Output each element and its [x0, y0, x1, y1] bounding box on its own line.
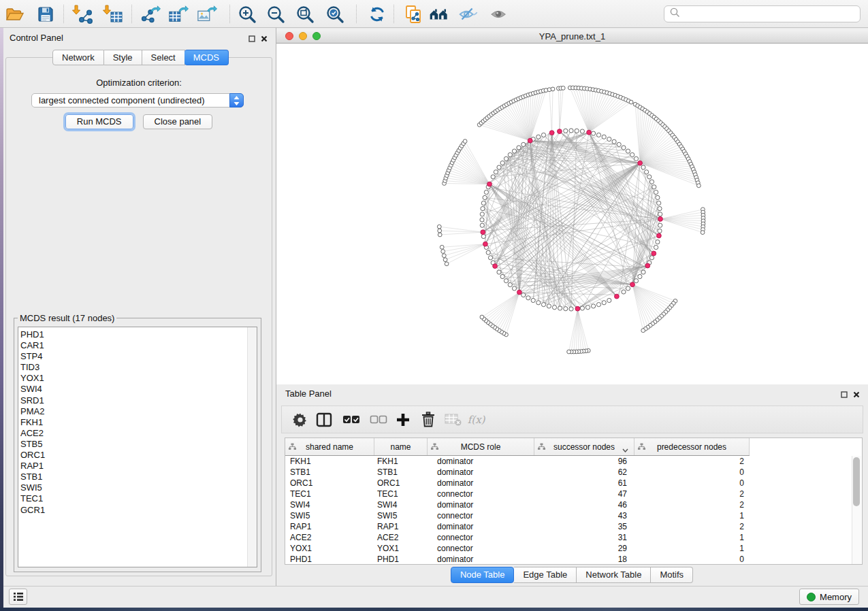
clone-network-icon[interactable]: [404, 4, 424, 24]
mcds-result-list[interactable]: PHD1CAR1STP4TID3YOX1SWI4SRD1PMA2FKH1ACE2…: [18, 327, 257, 567]
tab-node-table[interactable]: Node Table: [451, 567, 515, 583]
cell[interactable]: TEC1: [374, 489, 428, 499]
column-header-shared-name[interactable]: shared name: [285, 438, 374, 455]
mcds-result-item[interactable]: FKH1: [18, 417, 257, 428]
criterion-dropdown[interactable]: largest connected component (undirected): [31, 93, 244, 108]
cell[interactable]: 29: [534, 543, 634, 554]
cell[interactable]: PHD1: [285, 554, 374, 565]
mcds-result-item[interactable]: PHD1: [18, 329, 257, 340]
cell[interactable]: SWI5: [285, 510, 374, 521]
hide-selected-icon[interactable]: [457, 4, 478, 24]
tab-select[interactable]: Select: [142, 50, 185, 65]
delete-row-icon[interactable]: [418, 410, 438, 430]
cell[interactable]: 0: [634, 554, 750, 565]
zoom-out-icon[interactable]: [266, 4, 286, 24]
import-network-icon[interactable]: [72, 4, 93, 24]
cell[interactable]: FKH1: [285, 456, 374, 467]
cell[interactable]: 35: [534, 521, 634, 532]
column-header-predecessor-nodes[interactable]: predecessor nodes: [634, 438, 750, 455]
cell[interactable]: PHD1: [374, 554, 428, 565]
cell[interactable]: 2: [634, 489, 750, 499]
cell[interactable]: 96: [534, 456, 634, 467]
cell[interactable]: 1: [634, 510, 750, 521]
network-graph-canvas[interactable]: [276, 44, 868, 384]
show-columns-icon[interactable]: [314, 410, 334, 430]
cell[interactable]: RAP1: [374, 521, 428, 532]
mcds-result-item[interactable]: SWI4: [18, 384, 257, 395]
mcds-result-item[interactable]: TEC1: [18, 493, 257, 504]
tab-style[interactable]: Style: [104, 50, 142, 65]
cell[interactable]: 2: [634, 499, 750, 510]
cell[interactable]: STB1: [285, 467, 374, 478]
export-network-icon[interactable]: [140, 4, 161, 24]
table-row[interactable]: SWI4SWI4dominator462: [285, 499, 750, 510]
gear-icon[interactable]: [290, 410, 310, 430]
cell[interactable]: dominator: [428, 478, 534, 489]
tab-mcds[interactable]: MCDS: [184, 50, 229, 65]
mcds-result-item[interactable]: CAR1: [18, 340, 257, 351]
cell[interactable]: 61: [534, 478, 634, 489]
cell[interactable]: YOX1: [285, 543, 374, 554]
cell[interactable]: dominator: [428, 521, 534, 532]
cell[interactable]: 46: [534, 499, 634, 510]
cell[interactable]: ORC1: [374, 478, 428, 489]
cell[interactable]: 0: [634, 467, 750, 478]
column-header-successor-nodes[interactable]: successor nodes: [534, 438, 634, 455]
cell[interactable]: 18: [534, 554, 634, 565]
save-icon[interactable]: [35, 4, 56, 24]
cell[interactable]: connector: [428, 489, 534, 499]
cell[interactable]: TEC1: [285, 489, 374, 499]
export-image-icon[interactable]: [197, 4, 217, 24]
mcds-result-item[interactable]: RAP1: [18, 461, 257, 472]
refresh-icon[interactable]: [367, 4, 387, 24]
mcds-result-item[interactable]: SRD1: [18, 395, 257, 406]
float-icon[interactable]: [841, 389, 848, 401]
cell[interactable]: dominator: [428, 499, 534, 510]
cell[interactable]: STB1: [374, 467, 428, 478]
network-view-titlebar[interactable]: YPA_prune.txt_1: [276, 29, 868, 44]
table-row[interactable]: STB1STB1dominator620: [285, 467, 750, 478]
table-row[interactable]: TEC1TEC1connector472: [285, 489, 750, 499]
node-table[interactable]: shared namenameMCDS rolesuccessor nodesp…: [285, 437, 863, 565]
open-file-icon[interactable]: [4, 4, 25, 24]
cell[interactable]: ACE2: [285, 532, 374, 543]
column-header-MCDS-role[interactable]: MCDS role: [428, 438, 534, 455]
mcds-result-item[interactable]: YOX1: [18, 373, 257, 384]
table-row[interactable]: FKH1FKH1dominator962: [285, 456, 750, 467]
mcds-result-item[interactable]: STB5: [18, 439, 257, 450]
cell[interactable]: dominator: [428, 467, 534, 478]
table-row[interactable]: ACE2ACE2connector311: [285, 532, 750, 543]
task-history-button[interactable]: [9, 589, 27, 605]
search-box[interactable]: [664, 5, 861, 22]
table-scrollbar[interactable]: [852, 456, 861, 564]
cell[interactable]: ORC1: [285, 478, 374, 489]
cell[interactable]: connector: [428, 532, 534, 543]
table-row[interactable]: RAP1RAP1dominator352: [285, 521, 750, 532]
cell[interactable]: SWI4: [374, 499, 428, 510]
cell[interactable]: 1: [634, 543, 750, 554]
mcds-result-item[interactable]: ORC1: [18, 450, 257, 461]
close-panel-button[interactable]: Close panel: [143, 114, 213, 129]
mcds-result-item[interactable]: ACE2: [18, 428, 257, 439]
cell[interactable]: connector: [428, 510, 534, 521]
close-icon[interactable]: [261, 33, 268, 45]
search-input[interactable]: [680, 8, 860, 20]
table-scrollbar-thumb[interactable]: [853, 457, 860, 506]
tab-motifs[interactable]: Motifs: [651, 567, 693, 583]
table-row[interactable]: SWI5SWI5connector431: [285, 510, 750, 521]
cell[interactable]: SWI4: [285, 499, 374, 510]
export-table-icon[interactable]: [168, 4, 189, 24]
add-row-icon[interactable]: [393, 410, 413, 430]
cell[interactable]: dominator: [428, 554, 534, 565]
mcds-result-item[interactable]: GCR1: [18, 505, 257, 516]
cell[interactable]: 43: [534, 510, 634, 521]
zoom-in-icon[interactable]: [237, 4, 257, 24]
unselect-all-icon[interactable]: [368, 410, 389, 430]
cell[interactable]: 62: [534, 467, 634, 478]
table-row[interactable]: YOX1YOX1connector291: [285, 543, 750, 554]
memory-button[interactable]: Memory: [799, 589, 859, 605]
cell[interactable]: 0: [634, 478, 750, 489]
cell[interactable]: 1: [634, 532, 750, 543]
network-overview-icon[interactable]: [429, 4, 449, 24]
cell[interactable]: 2: [634, 456, 750, 467]
